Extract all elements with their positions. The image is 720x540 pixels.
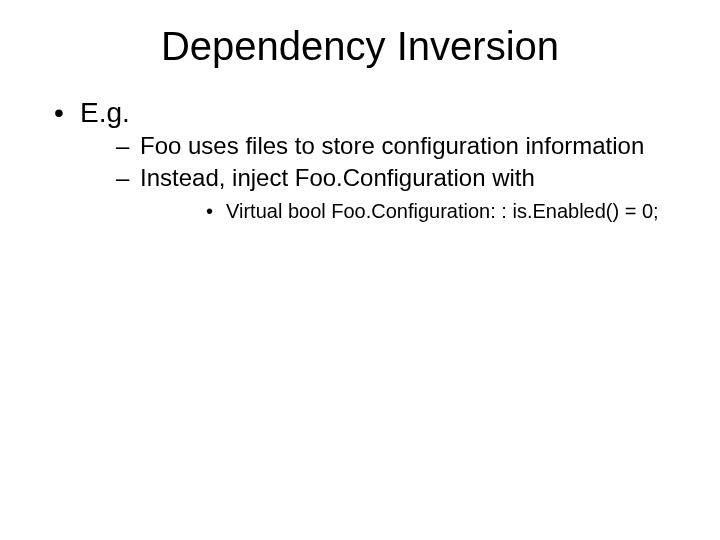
- bullet-list-lvl1: E.g. Foo uses files to store configurati…: [40, 97, 680, 224]
- bullet-list-lvl2: Foo uses files to store configuration in…: [80, 131, 680, 224]
- slide-title: Dependency Inversion: [40, 24, 680, 69]
- list-item-text: Foo uses files to store configuration in…: [140, 132, 644, 159]
- list-item-text: Virtual bool Foo.Configuration: : is.Ena…: [226, 200, 659, 222]
- list-item-text: Instead, inject Foo.Configuration with: [140, 164, 535, 191]
- list-item: Foo uses files to store configuration in…: [80, 131, 680, 161]
- list-item: Virtual bool Foo.Configuration: : is.Ena…: [140, 199, 680, 224]
- bullet-list-lvl3: Virtual bool Foo.Configuration: : is.Ena…: [140, 199, 680, 224]
- slide: Dependency Inversion E.g. Foo uses files…: [0, 0, 720, 540]
- list-item: Instead, inject Foo.Configuration with V…: [80, 163, 680, 224]
- list-item-text: E.g.: [80, 97, 130, 128]
- list-item: E.g. Foo uses files to store configurati…: [40, 97, 680, 224]
